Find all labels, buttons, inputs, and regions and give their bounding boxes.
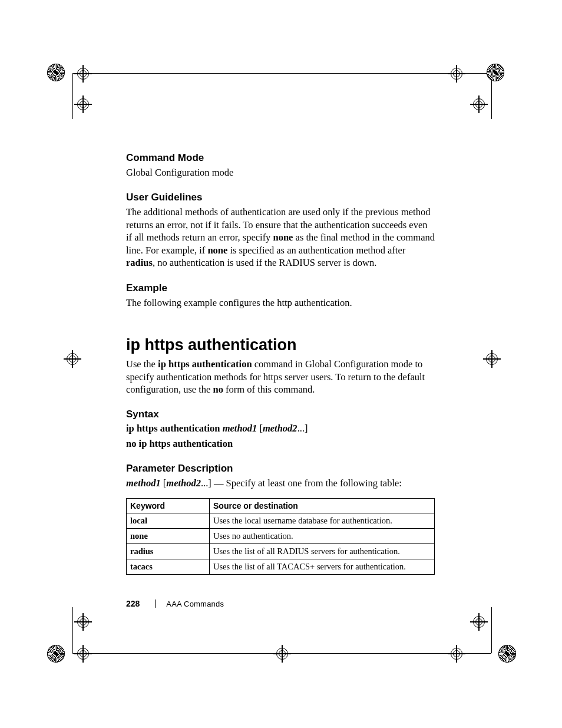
tone-dot <box>487 64 504 81</box>
tone-dot <box>47 645 65 663</box>
syntax-line-1: ip https authentication method1 [method2… <box>126 423 435 434</box>
chapter-label: AAA Commands <box>166 599 224 608</box>
cell-desc: Uses the list of all RADIUS servers for … <box>210 543 435 559</box>
heading-syntax: Syntax <box>126 409 435 420</box>
command-intro: Use the ip https authentication command … <box>126 358 435 396</box>
cell-keyword: tacacs <box>127 559 210 574</box>
heading-example: Example <box>126 282 435 294</box>
parameter-lead: method1 [method2...] — Specify at least … <box>126 477 435 489</box>
crop-rule-left-top <box>72 73 73 119</box>
registration-mark <box>74 613 92 631</box>
registration-mark <box>273 645 291 663</box>
heading-user-guidelines: User Guidelines <box>126 192 435 203</box>
col-keyword: Keyword <box>127 498 210 513</box>
heading-parameter-description: Parameter Description <box>126 463 435 475</box>
registration-mark <box>74 95 92 113</box>
parameter-table: Keyword Source or destination local Uses… <box>126 498 435 575</box>
syntax-line-2: no ip https authentication <box>126 438 435 450</box>
registration-mark <box>448 645 465 663</box>
table-row: radius Uses the list of all RADIUS serve… <box>127 543 435 559</box>
command-title: ip https authentication <box>126 336 435 354</box>
col-source: Source or destination <box>210 498 435 513</box>
crop-rule-left-bot <box>72 607 73 653</box>
registration-mark <box>74 65 92 83</box>
footer-separator <box>155 599 156 608</box>
tone-dot <box>47 64 65 81</box>
table-row: tacacs Uses the list of all TACACS+ serv… <box>127 559 435 574</box>
table-row: local Uses the local username database f… <box>127 513 435 528</box>
table-header-row: Keyword Source or destination <box>127 498 435 513</box>
cell-desc: Uses the list of all TACACS+ servers for… <box>210 559 435 574</box>
cell-keyword: local <box>127 513 210 528</box>
registration-mark <box>74 645 92 663</box>
tone-dot <box>498 645 516 663</box>
heading-command-mode: Command Mode <box>126 152 435 164</box>
registration-mark <box>448 65 465 83</box>
registration-mark <box>470 613 488 631</box>
cell-desc: Uses the local username database for aut… <box>210 513 435 528</box>
page-footer: 228 AAA Commands <box>126 599 224 608</box>
page-content: Command Mode Global Configuration mode U… <box>126 152 435 575</box>
cell-keyword: none <box>127 528 210 543</box>
registration-mark <box>470 95 488 113</box>
registration-mark <box>64 350 81 368</box>
table-row: none Uses no authentication. <box>127 528 435 543</box>
text-user-guidelines: The additional methods of authentication… <box>126 206 435 269</box>
crop-rule-right-bot <box>491 607 492 653</box>
registration-mark <box>483 350 501 368</box>
text-example: The following example configures the htt… <box>126 297 435 309</box>
cell-keyword: radius <box>127 543 210 559</box>
text-command-mode: Global Configuration mode <box>126 166 435 179</box>
page-number: 228 <box>126 599 140 608</box>
cell-desc: Uses no authentication. <box>210 528 435 543</box>
crop-rule-top <box>72 73 491 74</box>
